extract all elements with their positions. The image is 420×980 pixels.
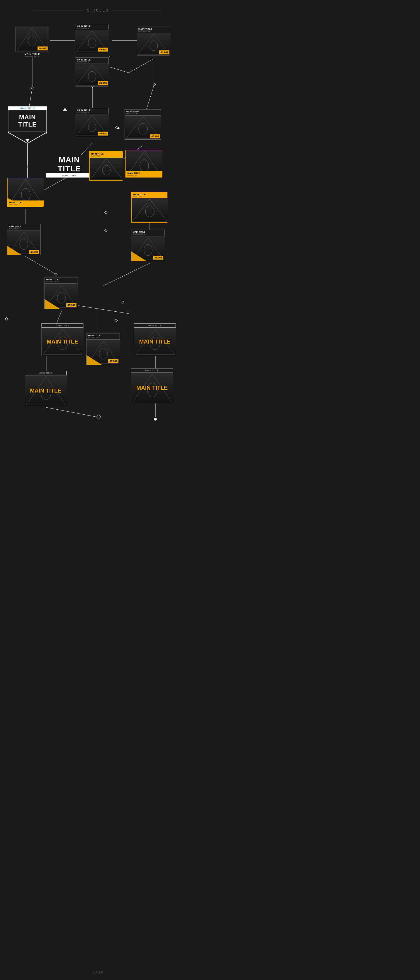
svg-line-30 [110,67,129,73]
node-bottom [96,415,101,420]
node-3 [153,83,156,86]
svg-point-37 [150,41,158,51]
card-1-price: 45.99$ [38,46,48,50]
card-3-price: 45.99$ [159,50,169,54]
card-10: MAIN TITLE MAIN TITLE [126,150,162,178]
node-7 [54,272,57,275]
card-5: MAIN TITLE MAIN TITLE [8,107,47,143]
svg-point-47 [140,160,149,172]
svg-point-45 [102,165,110,175]
svg-point-25 [154,418,157,420]
card-14: MAIN TITLE BOTTOM TITLE 45.99$ [131,230,165,261]
svg-marker-66 [86,355,102,365]
node-9 [5,317,8,320]
card-19: MAIN TITLE MAIN TITLE [25,371,67,406]
card-6: MAIN TITLE BOTTOM TITLE 45.99$ [75,108,109,137]
svg-point-52 [145,206,154,217]
card-2: MAIN TITLE BOTTOM TITLE 45.99$ [75,24,109,53]
card-6-price: 45.99$ [98,132,108,135]
card-7: MAIN TITLE BOTTOM TITLE 45.99$ [125,109,161,140]
card-11: MAIN TITLE MAIN TITLE [7,178,43,207]
svg-marker-58 [131,251,147,261]
arrow-up-1 [63,108,67,111]
arrow-down-1 [25,139,29,142]
svg-line-29 [129,59,153,73]
card-8-sub: MAIN TITLE [46,173,92,178]
svg-point-35 [88,38,96,48]
card-9: MAIN TITLE MAIN TITLE [89,151,123,181]
svg-marker-55 [7,246,23,255]
card-12: MAIN TITLE MAIN TITLE [131,192,167,223]
watermark: 人人素材 [92,970,103,974]
svg-marker-44 [91,159,123,179]
page-title: CIRCLES [0,0,196,15]
card-3: MAIN TITLE BOTTOM TITLE 45.99$ [137,27,170,56]
card-20: MAIN TITLE MAIN TITLE [131,368,173,403]
card-1: 45.99$ MAIN TITLE BOTTOM TITLE [15,27,49,57]
svg-line-8 [146,85,154,112]
card-5-sub: MAIN TITLE [8,107,47,110]
card-4: MAIN TITLE BOTTOM TITLE 45.99$ [75,57,109,86]
card-1-image: 45.99$ [15,27,49,52]
card-15: MAIN TITLE BOTTOM TITLE 45.99$ [44,277,78,309]
node-10 [121,301,124,304]
svg-point-43 [138,123,148,134]
card-16: MAIN TITLE MAIN TITLE [41,323,83,356]
card-4-price: 45.99$ [98,81,108,85]
svg-marker-61 [45,299,60,309]
card-2-price: 45.99$ [98,48,108,51]
svg-line-19 [76,305,129,313]
node-1 [30,86,33,89]
svg-line-17 [103,263,150,286]
svg-line-16 [25,256,56,274]
svg-line-18 [56,311,62,325]
card-1-title: MAIN TITLE [15,52,49,56]
card-18: MAIN TITLE MAIN TITLE [134,323,176,356]
svg-line-23 [46,407,98,417]
card-17: MAIN TITLE BOTTOM TITLE 45.99$ [86,333,120,364]
card-8: MAIN TITLE MAIN TITLE [46,155,92,178]
node-5 [104,211,107,214]
card-13-price: 45.99$ [29,250,39,254]
svg-line-13 [43,177,68,190]
node-6 [104,229,107,232]
node-11 [115,319,118,322]
card-1-sub: BOTTOM TITLE [15,56,49,57]
card-13: MAIN TITLE BOTTOM TITLE 45.99$ [7,224,41,255]
card-8-main: MAIN TITLE [46,155,92,173]
card-5-main: MAIN TITLE [8,110,47,132]
svg-point-41 [88,122,96,132]
svg-marker-51 [132,199,167,221]
svg-point-39 [88,72,96,81]
card-13-image: 45.99$ [7,230,41,255]
